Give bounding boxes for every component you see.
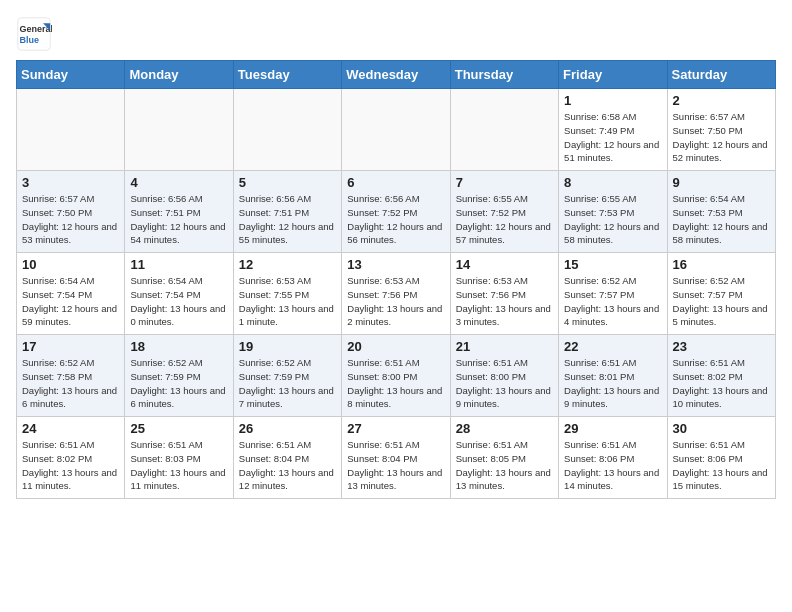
day-info: Sunrise: 6:51 AMSunset: 8:00 PMDaylight:… (456, 356, 553, 411)
calendar-week-2: 3Sunrise: 6:57 AMSunset: 7:50 PMDaylight… (17, 171, 776, 253)
day-number: 25 (130, 421, 227, 436)
calendar-cell: 8Sunrise: 6:55 AMSunset: 7:53 PMDaylight… (559, 171, 667, 253)
day-info: Sunrise: 6:56 AMSunset: 7:51 PMDaylight:… (130, 192, 227, 247)
day-info: Sunrise: 6:52 AMSunset: 7:57 PMDaylight:… (564, 274, 661, 329)
calendar-cell: 17Sunrise: 6:52 AMSunset: 7:58 PMDayligh… (17, 335, 125, 417)
weekday-header-saturday: Saturday (667, 61, 775, 89)
weekday-header-tuesday: Tuesday (233, 61, 341, 89)
calendar-cell: 13Sunrise: 6:53 AMSunset: 7:56 PMDayligh… (342, 253, 450, 335)
weekday-header-monday: Monday (125, 61, 233, 89)
calendar-cell (233, 89, 341, 171)
calendar-cell (450, 89, 558, 171)
day-info: Sunrise: 6:52 AMSunset: 7:58 PMDaylight:… (22, 356, 119, 411)
day-info: Sunrise: 6:51 AMSunset: 8:02 PMDaylight:… (22, 438, 119, 493)
calendar-cell: 6Sunrise: 6:56 AMSunset: 7:52 PMDaylight… (342, 171, 450, 253)
svg-text:Blue: Blue (20, 35, 40, 45)
calendar-cell: 15Sunrise: 6:52 AMSunset: 7:57 PMDayligh… (559, 253, 667, 335)
calendar-cell: 4Sunrise: 6:56 AMSunset: 7:51 PMDaylight… (125, 171, 233, 253)
day-number: 4 (130, 175, 227, 190)
weekday-header-wednesday: Wednesday (342, 61, 450, 89)
day-info: Sunrise: 6:52 AMSunset: 7:59 PMDaylight:… (239, 356, 336, 411)
calendar-cell: 10Sunrise: 6:54 AMSunset: 7:54 PMDayligh… (17, 253, 125, 335)
day-number: 5 (239, 175, 336, 190)
calendar-cell: 1Sunrise: 6:58 AMSunset: 7:49 PMDaylight… (559, 89, 667, 171)
calendar-cell: 3Sunrise: 6:57 AMSunset: 7:50 PMDaylight… (17, 171, 125, 253)
calendar-week-1: 1Sunrise: 6:58 AMSunset: 7:49 PMDaylight… (17, 89, 776, 171)
day-number: 21 (456, 339, 553, 354)
day-info: Sunrise: 6:51 AMSunset: 8:04 PMDaylight:… (347, 438, 444, 493)
day-number: 29 (564, 421, 661, 436)
page-header: General Blue (16, 16, 776, 52)
calendar-cell: 21Sunrise: 6:51 AMSunset: 8:00 PMDayligh… (450, 335, 558, 417)
calendar-cell: 26Sunrise: 6:51 AMSunset: 8:04 PMDayligh… (233, 417, 341, 499)
calendar-cell: 29Sunrise: 6:51 AMSunset: 8:06 PMDayligh… (559, 417, 667, 499)
day-info: Sunrise: 6:57 AMSunset: 7:50 PMDaylight:… (22, 192, 119, 247)
calendar-cell: 14Sunrise: 6:53 AMSunset: 7:56 PMDayligh… (450, 253, 558, 335)
day-info: Sunrise: 6:56 AMSunset: 7:51 PMDaylight:… (239, 192, 336, 247)
day-info: Sunrise: 6:51 AMSunset: 8:01 PMDaylight:… (564, 356, 661, 411)
day-info: Sunrise: 6:53 AMSunset: 7:56 PMDaylight:… (456, 274, 553, 329)
day-number: 11 (130, 257, 227, 272)
weekday-header-thursday: Thursday (450, 61, 558, 89)
day-number: 19 (239, 339, 336, 354)
day-info: Sunrise: 6:58 AMSunset: 7:49 PMDaylight:… (564, 110, 661, 165)
day-number: 15 (564, 257, 661, 272)
calendar-cell: 5Sunrise: 6:56 AMSunset: 7:51 PMDaylight… (233, 171, 341, 253)
calendar-cell: 24Sunrise: 6:51 AMSunset: 8:02 PMDayligh… (17, 417, 125, 499)
calendar-cell: 23Sunrise: 6:51 AMSunset: 8:02 PMDayligh… (667, 335, 775, 417)
calendar-cell: 18Sunrise: 6:52 AMSunset: 7:59 PMDayligh… (125, 335, 233, 417)
day-number: 23 (673, 339, 770, 354)
day-info: Sunrise: 6:51 AMSunset: 8:05 PMDaylight:… (456, 438, 553, 493)
day-number: 22 (564, 339, 661, 354)
day-info: Sunrise: 6:54 AMSunset: 7:54 PMDaylight:… (130, 274, 227, 329)
day-number: 16 (673, 257, 770, 272)
day-number: 17 (22, 339, 119, 354)
day-info: Sunrise: 6:52 AMSunset: 7:57 PMDaylight:… (673, 274, 770, 329)
calendar-cell (17, 89, 125, 171)
day-info: Sunrise: 6:51 AMSunset: 8:03 PMDaylight:… (130, 438, 227, 493)
day-info: Sunrise: 6:55 AMSunset: 7:52 PMDaylight:… (456, 192, 553, 247)
day-info: Sunrise: 6:56 AMSunset: 7:52 PMDaylight:… (347, 192, 444, 247)
day-number: 10 (22, 257, 119, 272)
logo-icon: General Blue (16, 16, 52, 52)
calendar-cell: 16Sunrise: 6:52 AMSunset: 7:57 PMDayligh… (667, 253, 775, 335)
day-number: 9 (673, 175, 770, 190)
day-number: 1 (564, 93, 661, 108)
day-info: Sunrise: 6:51 AMSunset: 8:04 PMDaylight:… (239, 438, 336, 493)
calendar-week-4: 17Sunrise: 6:52 AMSunset: 7:58 PMDayligh… (17, 335, 776, 417)
calendar-cell: 2Sunrise: 6:57 AMSunset: 7:50 PMDaylight… (667, 89, 775, 171)
day-number: 30 (673, 421, 770, 436)
calendar-cell: 20Sunrise: 6:51 AMSunset: 8:00 PMDayligh… (342, 335, 450, 417)
day-number: 3 (22, 175, 119, 190)
day-info: Sunrise: 6:55 AMSunset: 7:53 PMDaylight:… (564, 192, 661, 247)
day-info: Sunrise: 6:51 AMSunset: 8:02 PMDaylight:… (673, 356, 770, 411)
day-info: Sunrise: 6:53 AMSunset: 7:55 PMDaylight:… (239, 274, 336, 329)
calendar-week-5: 24Sunrise: 6:51 AMSunset: 8:02 PMDayligh… (17, 417, 776, 499)
day-number: 2 (673, 93, 770, 108)
calendar-cell (342, 89, 450, 171)
day-number: 24 (22, 421, 119, 436)
day-number: 27 (347, 421, 444, 436)
day-number: 20 (347, 339, 444, 354)
calendar-cell: 19Sunrise: 6:52 AMSunset: 7:59 PMDayligh… (233, 335, 341, 417)
weekday-header-sunday: Sunday (17, 61, 125, 89)
calendar-cell: 9Sunrise: 6:54 AMSunset: 7:53 PMDaylight… (667, 171, 775, 253)
calendar-cell: 27Sunrise: 6:51 AMSunset: 8:04 PMDayligh… (342, 417, 450, 499)
day-info: Sunrise: 6:57 AMSunset: 7:50 PMDaylight:… (673, 110, 770, 165)
day-info: Sunrise: 6:54 AMSunset: 7:54 PMDaylight:… (22, 274, 119, 329)
day-number: 26 (239, 421, 336, 436)
day-info: Sunrise: 6:51 AMSunset: 8:06 PMDaylight:… (673, 438, 770, 493)
calendar-cell: 22Sunrise: 6:51 AMSunset: 8:01 PMDayligh… (559, 335, 667, 417)
weekday-header-friday: Friday (559, 61, 667, 89)
logo: General Blue (16, 16, 58, 52)
day-number: 28 (456, 421, 553, 436)
day-info: Sunrise: 6:53 AMSunset: 7:56 PMDaylight:… (347, 274, 444, 329)
day-number: 7 (456, 175, 553, 190)
day-info: Sunrise: 6:52 AMSunset: 7:59 PMDaylight:… (130, 356, 227, 411)
day-info: Sunrise: 6:51 AMSunset: 8:00 PMDaylight:… (347, 356, 444, 411)
day-number: 12 (239, 257, 336, 272)
calendar-header-row: SundayMondayTuesdayWednesdayThursdayFrid… (17, 61, 776, 89)
calendar-cell: 11Sunrise: 6:54 AMSunset: 7:54 PMDayligh… (125, 253, 233, 335)
day-info: Sunrise: 6:54 AMSunset: 7:53 PMDaylight:… (673, 192, 770, 247)
day-number: 8 (564, 175, 661, 190)
